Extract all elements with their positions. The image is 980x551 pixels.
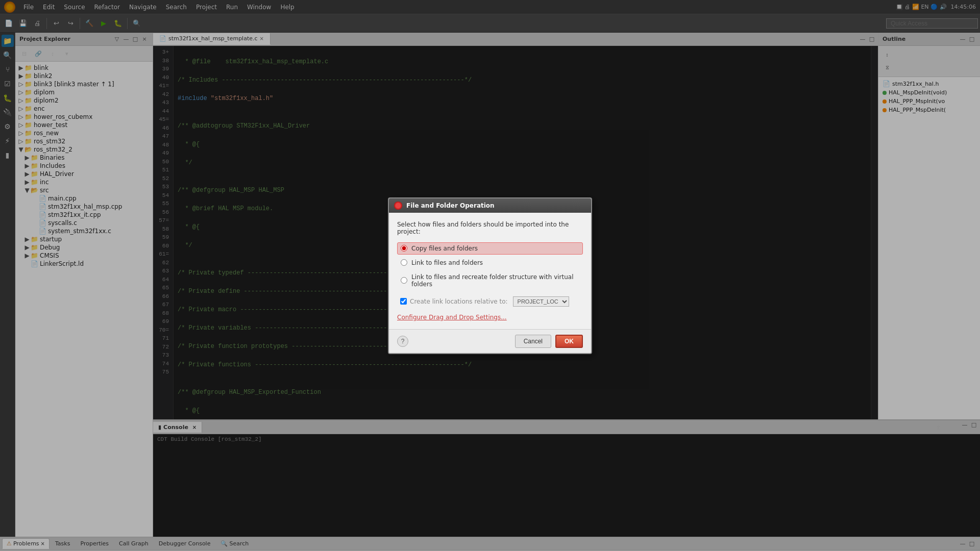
dialog-title: File and Folder Operation (406, 202, 495, 209)
dialog-overlay: File and Folder Operation Select how fil… (0, 0, 980, 551)
radio-option-link[interactable]: Link to files and folders (397, 257, 583, 269)
dialog-footer: ? Cancel OK (389, 329, 591, 353)
radio-link-recreate[interactable] (401, 277, 407, 284)
radio-option-link-recreate[interactable]: Link to files and recreate folder struct… (397, 271, 583, 290)
create-link-checkbox[interactable] (400, 298, 407, 305)
radio-option-copy[interactable]: Copy files and folders (397, 242, 583, 255)
project-loc-select[interactable]: PROJECT_LOC (513, 296, 569, 307)
dialog-buttons: Cancel OK (515, 335, 583, 348)
ok-button[interactable]: OK (555, 335, 583, 348)
dialog-help-btn[interactable]: ? (397, 336, 408, 347)
radio-link-recreate-label: Link to files and recreate folder struct… (411, 273, 579, 288)
checkbox-row: Create link locations relative to: PROJE… (397, 294, 583, 309)
file-folder-dialog: File and Folder Operation Select how fil… (388, 197, 592, 354)
radio-copy[interactable] (401, 245, 407, 252)
cancel-button[interactable]: Cancel (515, 335, 551, 348)
checkbox-label: Create link locations relative to: (410, 298, 508, 305)
dialog-description: Select how files and folders should be i… (397, 221, 583, 235)
dialog-icon (394, 202, 402, 210)
radio-link-label: Link to files and folders (411, 259, 483, 266)
dialog-body: Select how files and folders should be i… (389, 213, 591, 329)
radio-copy-label: Copy files and folders (411, 245, 478, 252)
radio-link[interactable] (401, 259, 407, 266)
dialog-titlebar: File and Folder Operation (389, 198, 591, 213)
configure-drag-drop-link[interactable]: Configure Drag and Drop Settings... (397, 314, 583, 321)
